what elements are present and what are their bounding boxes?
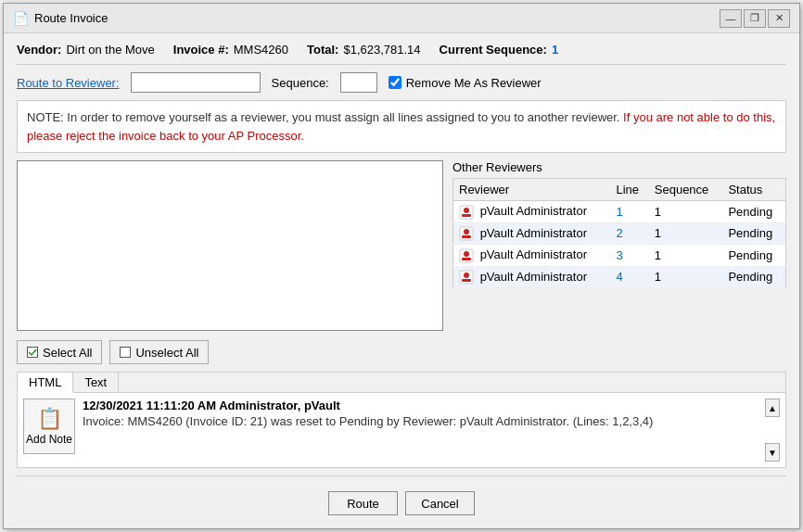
window-icon: 📄 [13, 11, 29, 26]
reviewer-line: 2 [610, 222, 648, 245]
add-note-button[interactable]: 📋 Add Note [23, 399, 75, 454]
reviewer-sequence: 1 [649, 201, 723, 223]
reviewer-line: 4 [610, 266, 648, 288]
title-bar: 📄 Route Invoice — ❐ ✕ [4, 4, 799, 33]
right-panel: Other Reviewers Reviewer Line Sequence S… [452, 160, 786, 331]
reviewer-icon [459, 270, 474, 285]
svg-rect-1 [462, 214, 471, 217]
reviewer-name: pVault Administrator [453, 222, 611, 245]
unselect-all-label: Unselect All [135, 346, 198, 360]
checkmark-icon [27, 347, 38, 358]
reviewer-name: pVault Administrator [453, 266, 611, 288]
add-note-icon: 📋 [37, 407, 62, 431]
middle-section: Other Reviewers Reviewer Line Sequence S… [17, 160, 786, 331]
col-line: Line [610, 179, 648, 201]
total-value: $1,623,781.14 [343, 43, 420, 57]
route-button[interactable]: Route [328, 491, 398, 515]
tab-html[interactable]: HTML [18, 373, 73, 393]
reviewer-sequence: 1 [649, 266, 723, 288]
sequence-input[interactable] [340, 72, 377, 93]
remove-me-label[interactable]: Remove Me As Reviewer [406, 76, 542, 90]
select-all-button[interactable]: Select All [17, 340, 102, 364]
reviewer-name: pVault Administrator [453, 245, 611, 267]
reviewer-line: 3 [610, 245, 648, 267]
reviewer-icon [459, 248, 474, 263]
scroll-down-button[interactable]: ▼ [765, 443, 780, 462]
current-sequence-value: 1 [552, 43, 558, 57]
line-selection-panel [17, 160, 443, 331]
invoice-label: Invoice #: [173, 43, 229, 57]
reviewers-table: Reviewer Line Sequence Status pVault Adm… [452, 178, 786, 288]
reviewer-icon [459, 205, 474, 220]
main-window: 📄 Route Invoice — ❐ ✕ Vendor: Dirt on th… [3, 3, 800, 529]
svg-point-5 [464, 229, 469, 234]
notes-content: 📋 Add Note 12/30/2021 11:11:20 AM Admini… [18, 393, 785, 467]
note-date-author: 12/30/2021 11:11:20 AM Administrator, pV… [83, 399, 758, 412]
window-title: Route Invoice [34, 11, 108, 25]
vendor-field: Vendor: Dirt on the Move [17, 43, 155, 57]
current-sequence-label: Current Sequence: [440, 43, 547, 57]
svg-rect-7 [462, 258, 471, 260]
note-body: Invoice: MMS4260 (Invoice ID: 21) was re… [83, 414, 758, 428]
sequence-field: Current Sequence: 1 [440, 43, 559, 57]
reviewer-icon [459, 226, 474, 241]
notes-scrollbar: ▲ ▼ [765, 399, 780, 462]
table-row: pVault Administrator 4 1 Pending [453, 266, 786, 288]
header-row: Vendor: Dirt on the Move Invoice #: MMS4… [17, 43, 786, 65]
remove-me-checkbox-row: Remove Me As Reviewer [389, 76, 542, 90]
route-row: Route to Reviewer: Sequence: Remove Me A… [17, 72, 786, 93]
invoice-field: Invoice #: MMS4260 [173, 43, 288, 57]
other-reviewers-title: Other Reviewers [452, 160, 786, 174]
reviewer-status: Pending [722, 266, 785, 288]
svg-point-11 [464, 272, 469, 278]
col-reviewer: Reviewer [453, 179, 611, 201]
col-sequence: Sequence [649, 179, 723, 201]
svg-rect-4 [462, 235, 471, 238]
footer-row: Route Cancel [17, 484, 786, 519]
reviewer-status: Pending [722, 245, 785, 267]
note-box: NOTE: In order to remove yourself as a r… [17, 100, 786, 153]
sequence-label: Sequence: [272, 76, 329, 90]
table-row: pVault Administrator 2 1 Pending [453, 222, 786, 245]
svg-rect-13 [121, 348, 131, 358]
svg-rect-10 [462, 279, 471, 282]
scroll-up-button[interactable]: ▲ [765, 399, 780, 417]
col-status: Status [722, 179, 785, 201]
route-reviewer-input[interactable] [131, 72, 261, 93]
reviewer-sequence: 1 [649, 245, 723, 267]
select-buttons-row: Select All Unselect All [17, 340, 786, 364]
reviewer-status: Pending [722, 201, 785, 223]
title-bar-left: 📄 Route Invoice [13, 11, 108, 26]
close-button[interactable]: ✕ [768, 9, 790, 28]
invoice-value: MMS4260 [234, 43, 288, 57]
table-header-row: Reviewer Line Sequence Status [453, 179, 786, 201]
svg-point-8 [464, 251, 469, 257]
add-note-label: Add Note [26, 433, 72, 446]
notes-tabs: HTML Text [18, 373, 785, 393]
unselect-all-button[interactable]: Unselect All [109, 340, 209, 364]
title-buttons: — ❐ ✕ [720, 9, 790, 28]
notes-text-area: 12/30/2021 11:11:20 AM Administrator, pV… [83, 399, 758, 462]
reviewer-name: pVault Administrator [453, 201, 611, 223]
reviewer-line: 1 [610, 201, 648, 223]
restore-button[interactable]: ❐ [744, 9, 766, 28]
svg-point-2 [464, 208, 469, 213]
footer-divider [17, 475, 786, 476]
vendor-label: Vendor: [17, 43, 61, 57]
minimize-button[interactable]: — [720, 9, 742, 28]
table-row: pVault Administrator 1 1 Pending [453, 201, 786, 223]
reviewer-status: Pending [722, 222, 785, 245]
total-label: Total: [307, 43, 338, 57]
remove-me-checkbox[interactable] [389, 76, 402, 89]
total-field: Total: $1,623,781.14 [307, 43, 421, 57]
tab-text[interactable]: Text [73, 373, 119, 392]
window-content: Vendor: Dirt on the Move Invoice #: MMS4… [4, 33, 799, 528]
checkbox-empty-icon [120, 347, 131, 358]
select-all-label: Select All [43, 346, 92, 360]
notes-section: HTML Text 📋 Add Note 12/30/2021 11:11:20… [17, 372, 786, 468]
route-to-reviewer-link[interactable]: Route to Reviewer: [17, 76, 120, 90]
vendor-value: Dirt on the Move [66, 43, 154, 57]
note-text-before: NOTE: In order to remove yourself as a r… [27, 110, 623, 124]
cancel-button[interactable]: Cancel [405, 491, 475, 515]
table-row: pVault Administrator 3 1 Pending [453, 245, 786, 267]
